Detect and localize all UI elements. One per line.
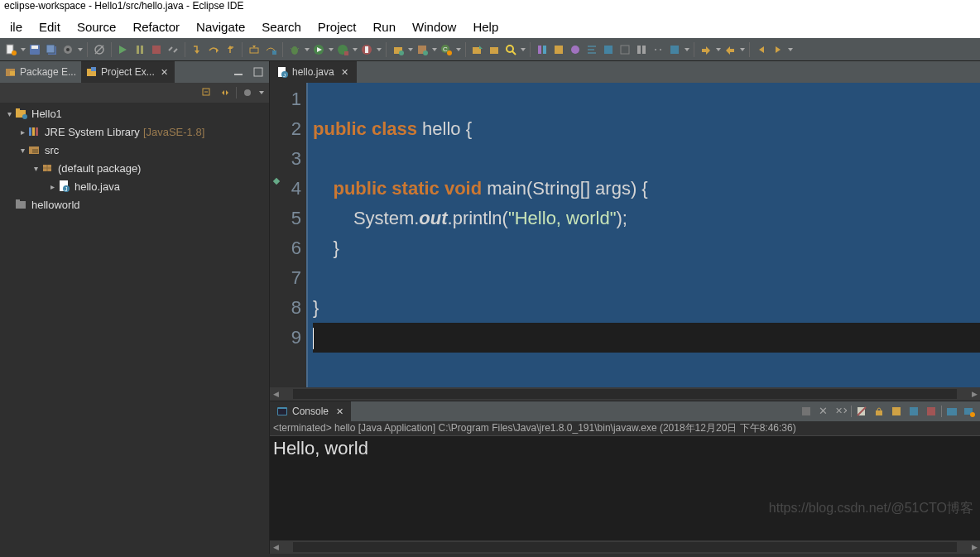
- close-icon[interactable]: ✕: [160, 67, 170, 77]
- coverage-icon[interactable]: [335, 42, 350, 57]
- editor-tab-hello[interactable]: J hello.java ✕: [270, 61, 357, 83]
- terminate-icon[interactable]: [799, 404, 814, 419]
- open-type-icon[interactable]: [470, 42, 485, 57]
- menu-search[interactable]: Search: [253, 17, 310, 37]
- pin-console-icon[interactable]: [906, 404, 921, 419]
- menu-source[interactable]: Source: [69, 17, 125, 37]
- scroll-lock-icon[interactable]: [872, 404, 886, 419]
- block-sel-icon[interactable]: [634, 42, 649, 57]
- new-icon[interactable]: [3, 42, 18, 57]
- next-annotation-icon[interactable]: [699, 42, 713, 57]
- tree-default-package[interactable]: ▾ (default package): [0, 159, 269, 177]
- menu-run[interactable]: Run: [365, 17, 405, 37]
- resume-icon[interactable]: [116, 42, 131, 57]
- new-console-icon[interactable]: [962, 404, 977, 419]
- suspend-icon[interactable]: [132, 42, 147, 57]
- collapse-all-icon[interactable]: [199, 85, 214, 100]
- line-gutter[interactable]: 1 2 3 4 5 6 7 8 9: [281, 83, 308, 387]
- menu-refactor[interactable]: Refactor: [124, 17, 188, 37]
- expand-icon[interactable]: ▾: [3, 109, 15, 118]
- console-output[interactable]: Hello, worldhttps://blog.csdn.net/@51CTO…: [270, 436, 980, 540]
- menu-window[interactable]: Window: [404, 17, 464, 37]
- maximize-icon[interactable]: [251, 65, 266, 79]
- view-menu-dropdown[interactable]: [258, 85, 264, 100]
- scroll-left-icon[interactable]: ◀: [270, 541, 281, 553]
- step-over-icon[interactable]: [206, 42, 221, 57]
- new-class-icon[interactable]: C: [439, 42, 454, 57]
- new-package-icon[interactable]: [415, 42, 430, 57]
- tree-src-folder[interactable]: ▾ src: [0, 141, 269, 159]
- code-editor[interactable]: 1 2 3 4 5 6 7 8 9 public class hello { p…: [270, 83, 980, 387]
- new-class-dropdown[interactable]: [455, 42, 461, 57]
- close-icon[interactable]: ✕: [334, 406, 344, 416]
- menu-edit[interactable]: Edit: [31, 17, 69, 37]
- tree-jre-library[interactable]: ▸ JRE System Library [JavaSE-1.8]: [0, 122, 269, 141]
- scroll-right-icon[interactable]: ▶: [968, 541, 980, 553]
- scroll-track[interactable]: [293, 542, 957, 552]
- code-area[interactable]: public class hello { public static void …: [308, 83, 980, 387]
- open-console-icon[interactable]: [944, 404, 959, 419]
- disconnect-icon[interactable]: [166, 42, 180, 57]
- tree-project-hello1[interactable]: ▾ Hello1: [0, 104, 269, 122]
- debug-dropdown[interactable]: [304, 42, 310, 57]
- remove-launch-icon[interactable]: ✕: [816, 404, 831, 419]
- new-java-project-icon[interactable]: [391, 42, 406, 57]
- new-package-dropdown[interactable]: [431, 42, 437, 57]
- project-tree[interactable]: ▾ Hello1 ▸ JRE System Library [JavaSE-1.…: [0, 103, 269, 554]
- terminate-icon[interactable]: [149, 42, 164, 57]
- remove-all-icon[interactable]: ✕✕: [833, 404, 848, 419]
- search-icon[interactable]: [503, 42, 518, 57]
- drop-frame-icon[interactable]: [247, 42, 262, 57]
- format-icon[interactable]: [584, 42, 599, 57]
- step-into-icon[interactable]: [190, 42, 204, 57]
- save-icon[interactable]: [27, 42, 42, 57]
- expand-icon[interactable]: ▾: [30, 164, 41, 173]
- link-editor-icon[interactable]: [218, 85, 233, 100]
- annotation-icon[interactable]: [551, 42, 566, 57]
- console-hscrollbar[interactable]: ◀ ▶: [270, 540, 980, 554]
- ext-tools-icon[interactable]: [359, 42, 374, 57]
- menu-project[interactable]: Project: [310, 17, 365, 37]
- scroll-right-icon[interactable]: ▶: [968, 388, 980, 400]
- open-task-icon[interactable]: [487, 42, 502, 57]
- expand-icon[interactable]: ▸: [17, 127, 28, 137]
- tab-package-explorer[interactable]: Package E...: [0, 61, 81, 83]
- menu-help[interactable]: Help: [464, 17, 507, 37]
- tree-hello-java[interactable]: ▸ J hello.java: [0, 177, 269, 195]
- build-icon[interactable]: [60, 42, 75, 57]
- expand-icon[interactable]: ▾: [17, 146, 28, 155]
- step-filters-icon[interactable]: [263, 42, 278, 57]
- toggle-mark-icon[interactable]: [535, 42, 550, 57]
- prev-annotation-dropdown[interactable]: [739, 42, 745, 57]
- expand-icon[interactable]: ▸: [46, 182, 58, 191]
- clear-console-icon[interactable]: [854, 404, 869, 419]
- step-return-icon[interactable]: [223, 42, 238, 57]
- prev-annotation-icon[interactable]: [723, 42, 737, 57]
- minimize-icon[interactable]: [231, 65, 246, 79]
- display-console-icon[interactable]: [924, 404, 939, 419]
- tab-project-explorer[interactable]: Project Ex... ✕: [81, 61, 175, 83]
- marker-bar[interactable]: [270, 83, 281, 387]
- task-icon[interactable]: [568, 42, 583, 57]
- scroll-track[interactable]: [293, 389, 957, 399]
- blank-icon[interactable]: [617, 42, 632, 57]
- save-all-icon[interactable]: [44, 42, 59, 57]
- menu-file[interactable]: ile: [2, 17, 31, 37]
- ext-tools-dropdown[interactable]: [376, 42, 382, 57]
- word-wrap-icon[interactable]: [889, 404, 904, 419]
- search-dropdown[interactable]: [520, 42, 526, 57]
- pin-icon[interactable]: [667, 42, 682, 57]
- next-annotation-dropdown[interactable]: [715, 42, 721, 57]
- new-java-project-dropdown[interactable]: [407, 42, 413, 57]
- new-dropdown[interactable]: [20, 42, 26, 57]
- tree-project-helloworld[interactable]: ▸ helloworld: [0, 195, 269, 214]
- tab-console[interactable]: Console ✕: [270, 401, 351, 421]
- edit-icon[interactable]: [601, 42, 616, 57]
- show-whitespace-icon[interactable]: [651, 42, 665, 57]
- editor-hscrollbar[interactable]: ◀ ▶: [270, 387, 980, 401]
- debug-icon[interactable]: [287, 42, 302, 57]
- scroll-left-icon[interactable]: ◀: [270, 388, 281, 400]
- coverage-dropdown[interactable]: [352, 42, 358, 57]
- build-dropdown[interactable]: [77, 42, 83, 57]
- back-icon[interactable]: [754, 42, 769, 57]
